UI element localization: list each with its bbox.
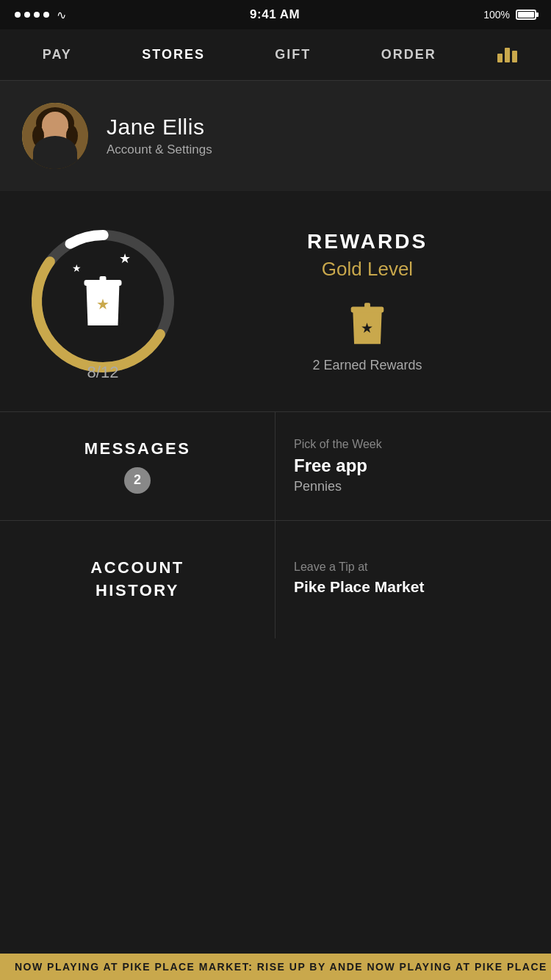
svg-rect-5: [50, 147, 60, 156]
bar3: [512, 51, 517, 62]
progress-label: 8/12: [87, 363, 119, 382]
rewards-level: Gold Level: [322, 258, 413, 281]
wifi-icon: ∿: [57, 8, 66, 22]
svg-rect-15: [364, 303, 370, 310]
pick-subtitle: Pick of the Week: [294, 438, 533, 451]
nav-bar: PAY STORES GIFT ORDER: [0, 29, 551, 81]
profile-subtitle: Account & Settings: [107, 143, 212, 157]
svg-point-3: [32, 126, 44, 146]
pick-desc: Pennies: [294, 479, 533, 494]
svg-text:★: ★: [361, 320, 373, 335]
messages-cell[interactable]: MESSAGES 2: [0, 412, 276, 521]
battery-icon: [516, 10, 536, 20]
status-time: 9:41 AM: [250, 7, 300, 22]
profile-name: Jane Ellis: [107, 115, 212, 140]
signal-dots: [15, 12, 49, 18]
svg-text:™: ™: [118, 323, 123, 328]
star-icon-mid: ★: [72, 262, 82, 274]
nav-order[interactable]: ORDER: [372, 41, 445, 68]
svg-rect-0: [22, 103, 88, 169]
messages-badge: 2: [124, 467, 151, 494]
nav-stores[interactable]: STORES: [133, 41, 214, 68]
earned-rewards-text: 2 Earned Rewards: [312, 358, 422, 373]
rewards-title: REWARDS: [307, 230, 428, 253]
profile-section[interactable]: Jane Ellis Account & Settings: [0, 81, 551, 191]
chart-icon[interactable]: [497, 48, 517, 62]
tip-title: Pike Place Market: [294, 578, 533, 596]
rewards-section: ★ ★ ★ ™ 8/12 REWARDS Go: [0, 191, 551, 411]
avatar-svg: [22, 103, 88, 169]
rewards-cup-icon: ★: [345, 299, 389, 350]
progress-circle-container: ★ ★ ★ ™ 8/12: [22, 220, 184, 382]
svg-point-4: [66, 126, 78, 146]
signal-dot-4: [43, 12, 49, 18]
nav-pay[interactable]: PAY: [34, 41, 81, 68]
svg-point-6: [32, 150, 79, 169]
account-history-title: ACCOUNTHISTORY: [90, 557, 184, 602]
now-playing-text: NOW PLAYING AT PIKE PLACE MARKET: RISE U…: [0, 961, 551, 973]
svg-text:★: ★: [96, 296, 109, 312]
pick-of-week-cell[interactable]: Pick of the Week Free app Pennies: [276, 412, 551, 521]
star-icon-top: ★: [119, 251, 131, 267]
status-left: ∿: [15, 8, 66, 22]
avatar: [22, 103, 88, 169]
bar2: [505, 48, 510, 62]
status-right: 100%: [483, 9, 536, 21]
tip-cell[interactable]: Leave a Tip at Pike Place Market: [276, 521, 551, 638]
battery-percentage: 100%: [483, 9, 510, 21]
svg-point-2: [40, 118, 70, 150]
nav-gift[interactable]: GIFT: [266, 41, 320, 68]
signal-dot-3: [34, 12, 40, 18]
account-history-cell[interactable]: ACCOUNTHISTORY: [0, 521, 276, 638]
messages-title: MESSAGES: [84, 439, 191, 460]
signal-dot-2: [24, 12, 30, 18]
signal-dot-1: [15, 12, 21, 18]
starbucks-cup-icon: ★ ™: [79, 273, 127, 330]
now-playing-bar[interactable]: NOW PLAYING AT PIKE PLACE MARKET: RISE U…: [0, 954, 551, 980]
circle-inner: ★ ★ ★ ™: [79, 273, 127, 330]
rewards-info: REWARDS Gold Level ★ 2 Earned Rewards: [198, 230, 529, 373]
svg-rect-11: [100, 276, 107, 284]
tip-subtitle: Leave a Tip at: [294, 561, 533, 574]
status-bar: ∿ 9:41 AM 100%: [0, 0, 551, 29]
bottom-grid: MESSAGES 2 Pick of the Week Free app Pen…: [0, 411, 551, 638]
profile-info: Jane Ellis Account & Settings: [107, 115, 212, 157]
battery-fill: [518, 12, 534, 18]
pick-title: Free app: [294, 455, 533, 476]
bar1: [497, 54, 503, 62]
